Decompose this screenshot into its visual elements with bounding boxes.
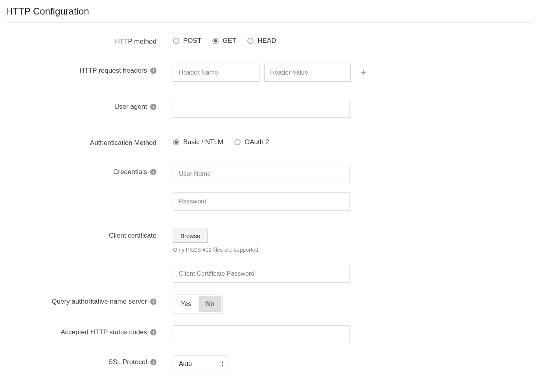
- radio-label-oauth2: OAuth 2: [245, 138, 269, 146]
- label-http-method: HTTP method: [115, 38, 156, 46]
- client-cert-password-input[interactable]: [173, 265, 350, 283]
- radio-icon: [173, 38, 179, 44]
- radio-icon: [247, 38, 254, 44]
- toggle-yes[interactable]: Yes: [175, 296, 197, 312]
- row-auth-method: Authentication Method Basic / NTLM OAuth…: [6, 136, 533, 147]
- label-credentials: Credentials: [113, 168, 147, 176]
- ssl-protocol-select[interactable]: Auto: [173, 355, 228, 372]
- header-inputs-row: +: [173, 64, 533, 82]
- info-icon[interactable]: i: [150, 299, 156, 305]
- label-accepted-status: Accepted HTTP status codes: [61, 328, 147, 336]
- row-http-method: HTTP method POST GET HEAD: [6, 35, 533, 46]
- client-cert-hint: Only PKCS #12 files are supported.: [173, 247, 533, 253]
- label-request-headers: HTTP request headers: [79, 67, 147, 75]
- radio-icon: [173, 139, 179, 145]
- radio-oauth2[interactable]: OAuth 2: [234, 138, 269, 146]
- radio-head[interactable]: HEAD: [247, 37, 276, 45]
- radio-label-get: GET: [223, 37, 236, 45]
- accepted-status-input[interactable]: [173, 325, 350, 343]
- row-user-agent: User agent i: [6, 100, 533, 118]
- label-ssl-protocol: SSL Protocol: [108, 358, 147, 366]
- label-auth-method: Authentication Method: [90, 139, 156, 147]
- radio-label-head: HEAD: [258, 37, 276, 45]
- password-input[interactable]: [173, 192, 350, 211]
- section-title: HTTP Configuration: [6, 6, 533, 17]
- radio-icon: [234, 139, 241, 145]
- radio-label-post: POST: [183, 37, 201, 45]
- browse-button[interactable]: Browse: [173, 229, 208, 243]
- radio-get[interactable]: GET: [212, 37, 236, 45]
- info-icon[interactable]: i: [150, 104, 156, 110]
- info-icon[interactable]: i: [150, 68, 156, 74]
- username-input[interactable]: [173, 165, 350, 183]
- row-query-authoritative: Query authoritative name server i Yes No: [6, 295, 533, 313]
- row-accepted-status: Accepted HTTP status codes i: [6, 325, 533, 343]
- label-query-authoritative: Query authoritative name server: [52, 298, 147, 306]
- radio-post[interactable]: POST: [173, 37, 201, 45]
- info-icon[interactable]: i: [150, 329, 156, 335]
- row-ssl-protocol: SSL Protocol i Auto ▲▼: [6, 355, 533, 372]
- row-client-cert-password: [6, 265, 533, 283]
- header-name-input[interactable]: [173, 64, 259, 82]
- label-client-cert: Client certificate: [109, 232, 156, 240]
- http-method-radio-group: POST GET HEAD: [173, 35, 533, 45]
- ssl-protocol-select-wrap: Auto ▲▼: [173, 355, 228, 372]
- toggle-no[interactable]: No: [199, 296, 221, 312]
- label-user-agent: User agent: [114, 103, 147, 111]
- user-agent-input[interactable]: [173, 100, 350, 118]
- header-value-input[interactable]: [264, 64, 351, 82]
- radio-label-basic: Basic / NTLM: [183, 138, 223, 146]
- info-icon[interactable]: i: [150, 169, 156, 175]
- section-divider: [6, 22, 533, 23]
- radio-basic-ntlm[interactable]: Basic / NTLM: [173, 138, 223, 146]
- plus-icon[interactable]: +: [355, 68, 366, 77]
- row-request-headers: HTTP request headers i +: [6, 64, 533, 82]
- radio-icon: [212, 38, 219, 44]
- auth-method-radio-group: Basic / NTLM OAuth 2: [173, 136, 533, 146]
- info-icon[interactable]: i: [150, 359, 156, 365]
- yes-no-toggle: Yes No: [173, 295, 223, 313]
- row-credentials: Credentials i: [6, 165, 533, 211]
- row-client-cert: Client certificate Browse Only PKCS #12 …: [6, 229, 533, 253]
